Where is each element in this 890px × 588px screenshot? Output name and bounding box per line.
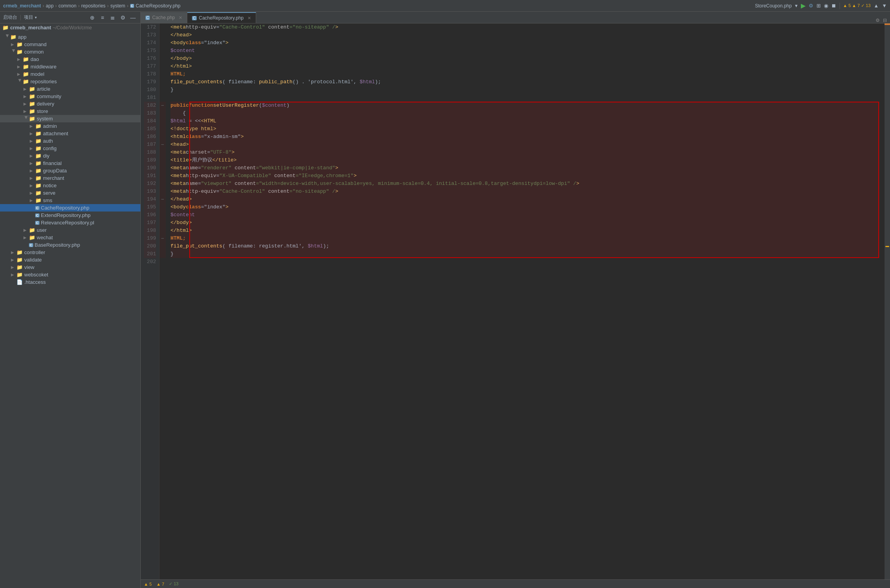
- tree-item-middleware[interactable]: ▶ 📁 middleware: [0, 63, 140, 70]
- tree-root[interactable]: 📁 crmeb_merchant ~/Code/Work/crme: [0, 23, 140, 32]
- fold-gutter-row[interactable]: −: [160, 102, 166, 109]
- tree-item-config[interactable]: ▶ 📁 config: [0, 145, 140, 152]
- code-line[interactable]: </head>: [170, 31, 880, 39]
- fold-gutter-row[interactable]: [160, 180, 166, 188]
- code-line[interactable]: <meta name="viewport" content="width=dev…: [170, 180, 880, 188]
- tree-item-validate[interactable]: ▶ 📁 validate: [0, 256, 140, 264]
- code-line[interactable]: </body>: [170, 219, 880, 227]
- fold-gutter-row[interactable]: −: [160, 141, 166, 149]
- fold-gutter-row[interactable]: [160, 172, 166, 180]
- sidebar-toolbar-settings[interactable]: ⚙: [118, 13, 127, 22]
- sidebar-dropdown-icon[interactable]: ▾: [35, 15, 37, 20]
- code-line[interactable]: }: [170, 250, 880, 258]
- fold-gutter-row[interactable]: [160, 31, 166, 39]
- fold-gutter-row[interactable]: [160, 86, 166, 94]
- tree-item-system[interactable]: ▶ 📁 system: [0, 115, 140, 122]
- code-line[interactable]: </html>: [170, 63, 880, 70]
- code-line[interactable]: $html = <<<HTML: [170, 117, 880, 125]
- code-line[interactable]: file_put_contents( filename: register.ht…: [170, 242, 880, 250]
- tab-cacherepository[interactable]: C CacheRepository.php ✕: [187, 12, 256, 23]
- tree-item-notice[interactable]: ▶ 📁 notice: [0, 182, 140, 189]
- stop-icon[interactable]: ⏹: [831, 3, 836, 9]
- fold-gutter-row[interactable]: [160, 203, 166, 211]
- fold-gutter-row[interactable]: [160, 55, 166, 63]
- code-container[interactable]: 1721731741751761771781791801811821831841…: [141, 23, 890, 579]
- nav-down-icon[interactable]: ▼: [882, 3, 887, 9]
- tree-item-relevancerepository[interactable]: C RelevanceRepository.pl: [0, 219, 140, 226]
- tree-item-app[interactable]: ▶ 📁 app: [0, 33, 140, 41]
- fold-gutter-row[interactable]: [160, 156, 166, 164]
- fold-gutter-row[interactable]: [160, 164, 166, 172]
- tree-item-user[interactable]: ▶ 📁 user: [0, 226, 140, 234]
- fold-gutter-row[interactable]: [160, 94, 166, 102]
- tree-item-community[interactable]: ▶ 📁 community: [0, 93, 140, 100]
- code-line[interactable]: [170, 258, 880, 266]
- tree-item-command[interactable]: ▶ 📁 command: [0, 41, 140, 48]
- nav-up-icon[interactable]: ▲: [874, 3, 879, 9]
- tree-item-wechat[interactable]: ▶ 📁 wechat: [0, 234, 140, 241]
- code-line[interactable]: HTML;: [170, 70, 880, 78]
- code-line[interactable]: public function setUserRegister($content…: [170, 102, 880, 109]
- fold-gutter-row[interactable]: [160, 47, 166, 55]
- code-line[interactable]: </html>: [170, 227, 880, 235]
- code-line[interactable]: <meta charset="UTF-8">: [170, 149, 880, 156]
- code-line[interactable]: $content: [170, 47, 880, 55]
- fold-gutter-row[interactable]: [160, 219, 166, 227]
- tab-cache-close[interactable]: ✕: [179, 15, 182, 20]
- sidebar-project-label[interactable]: 项目: [24, 14, 33, 21]
- fold-gutter-row[interactable]: [160, 133, 166, 141]
- tree-item-delivery[interactable]: ▶ 📁 delivery: [0, 100, 140, 108]
- coverage-icon[interactable]: ⊞: [816, 3, 821, 9]
- fold-gutter-row[interactable]: [160, 117, 166, 125]
- code-line[interactable]: [170, 94, 880, 102]
- fold-gutter-row[interactable]: −: [160, 195, 166, 203]
- tree-item-common[interactable]: ▶ 📁 common: [0, 48, 140, 56]
- sidebar-toolbar-minimize[interactable]: —: [129, 13, 137, 22]
- fold-gutter-row[interactable]: [160, 227, 166, 235]
- tree-item-admin[interactable]: ▶ 📁 admin: [0, 122, 140, 130]
- tree-item-cacherepository[interactable]: C CacheRepository.php: [0, 204, 140, 212]
- tree-item-model[interactable]: ▶ 📁 model: [0, 70, 140, 78]
- fold-gutter-row[interactable]: [160, 242, 166, 250]
- tree-item-sms[interactable]: ▶ 📁 sms: [0, 197, 140, 204]
- code-line[interactable]: <head>: [170, 141, 880, 149]
- tree-item-groupdata[interactable]: ▶ 📁 groupData: [0, 167, 140, 174]
- fold-gutter-row[interactable]: [160, 211, 166, 219]
- fold-gutter-row[interactable]: [160, 188, 166, 195]
- fold-gutter-row[interactable]: [160, 23, 166, 31]
- code-line[interactable]: <html class="x-admin-sm">: [170, 133, 880, 141]
- tree-item-store[interactable]: ▶ 📁 store: [0, 108, 140, 115]
- tree-item-repositories[interactable]: ▶ 📁 repositories: [0, 78, 140, 85]
- tree-item-financial[interactable]: ▶ 📁 financial: [0, 160, 140, 167]
- code-line[interactable]: HTML;: [170, 235, 880, 242]
- sidebar-toolbar-collapse[interactable]: ≡: [98, 13, 107, 22]
- sidebar-toolbar-localize[interactable]: ⊕: [88, 13, 97, 22]
- debug-icon[interactable]: ⚙: [809, 3, 813, 9]
- sidebar-toolbar-expand[interactable]: ≣: [108, 13, 117, 22]
- code-line[interactable]: }: [170, 86, 880, 94]
- tree-item-htaccess[interactable]: 📄 .htaccess: [0, 278, 140, 286]
- code-line[interactable]: <body class="index">: [170, 39, 880, 47]
- code-line[interactable]: file_put_contents( filename: public_path…: [170, 78, 880, 86]
- tree-item-auth[interactable]: ▶ 📁 auth: [0, 137, 140, 145]
- fold-gutter-row[interactable]: [160, 39, 166, 47]
- tab-cacherepository-close[interactable]: ✕: [248, 16, 251, 21]
- tree-item-merchant[interactable]: ▶ 📁 merchant: [0, 174, 140, 182]
- tree-item-baserepository[interactable]: C BaseRepository.php: [0, 241, 140, 249]
- code-line[interactable]: <title>用户协议</title>: [170, 156, 880, 164]
- code-line[interactable]: <!doctype html>: [170, 125, 880, 133]
- split-icon[interactable]: ⊟: [883, 18, 887, 23]
- fold-gutter-row[interactable]: [160, 125, 166, 133]
- code-content[interactable]: <meta http-equiv="Cache-Control" content…: [166, 23, 885, 579]
- tree-item-controller[interactable]: ▶ 📁 controller: [0, 249, 140, 256]
- fold-gutter-row[interactable]: [160, 250, 166, 258]
- code-line[interactable]: </body>: [170, 55, 880, 63]
- tree-item-view[interactable]: ▶ 📁 view: [0, 264, 140, 271]
- fold-gutter-row[interactable]: [160, 63, 166, 70]
- tree-item-dao[interactable]: ▶ 📁 dao: [0, 56, 140, 63]
- fold-gutter-row[interactable]: [160, 70, 166, 78]
- fold-gutter-row[interactable]: [160, 149, 166, 156]
- fold-gutter-row[interactable]: [160, 258, 166, 266]
- code-line[interactable]: <meta http-equiv="Cache-Control" content…: [170, 188, 880, 195]
- run-icon[interactable]: ▶: [801, 2, 806, 9]
